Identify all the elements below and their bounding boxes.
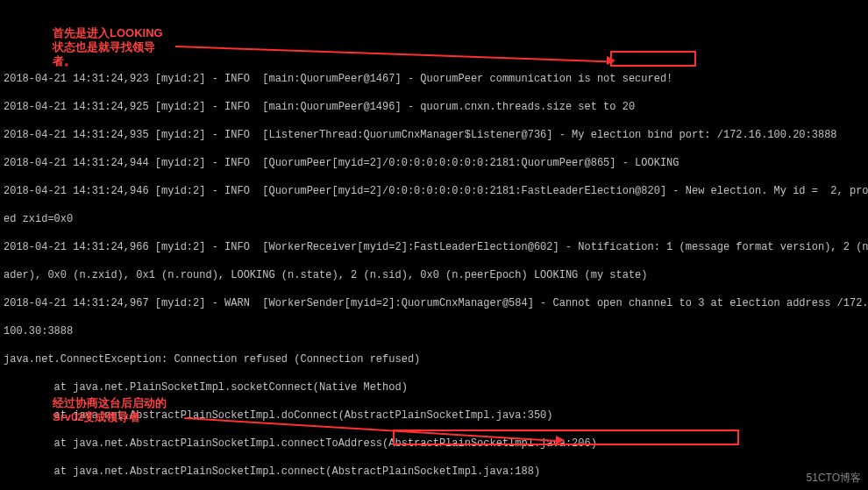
log-line: 2018-04-21 14:31:24,966 [myid:2] - INFO … — [4, 240, 864, 254]
log-line: 2018-04-21 14:31:24,967 [myid:2] - WARN … — [4, 296, 864, 310]
log-line: 2018-04-21 14:31:24,944 [myid:2] - INFO … — [4, 156, 864, 170]
log-line: 2018-04-21 14:31:24,923 [myid:2] - INFO … — [4, 72, 864, 86]
annotation-text: 者。 — [53, 54, 193, 68]
arrow-head-icon — [556, 436, 565, 444]
terminal-output: 2018-04-21 14:31:24,923 [myid:2] - INFO … — [0, 56, 868, 490]
annotation-text: 状态也是就寻找领导 — [53, 40, 193, 54]
log-line: 2018-04-21 14:31:24,946 [myid:2] - INFO … — [4, 184, 864, 198]
annotation-looking-state: 首先是进入LOOKING 状态也是就寻找领导 者。 — [53, 26, 193, 68]
annotation-text: 经过协商这台后启动的 — [53, 396, 193, 410]
log-line: ed zxid=0x0 — [4, 212, 864, 226]
log-line: at java.net.PlainSocketImpl.socketConnec… — [4, 380, 864, 394]
log-line: at java.net.AbstractPlainSocketImpl.conn… — [4, 465, 864, 479]
annotation-text: 首先是进入LOOKING — [53, 26, 193, 40]
log-line: java.net.ConnectException: Connection re… — [4, 352, 864, 366]
watermark-text: 51CTO博客 — [807, 471, 861, 485]
log-line: ader), 0x0 (n.zxid), 0x1 (n.round), LOOK… — [4, 268, 864, 282]
log-line: 2018-04-21 14:31:24,935 [myid:2] - INFO … — [4, 128, 864, 142]
annotation-leading-state: 经过协商这台后启动的 Srv02变成领导者 — [53, 396, 193, 424]
log-line: at java.net.AbstractPlainSocketImpl.conn… — [4, 437, 864, 451]
log-line: 2018-04-21 14:31:24,925 [myid:2] - INFO … — [4, 100, 864, 114]
log-line: 100.30:3888 — [4, 324, 864, 338]
arrow-head-icon — [607, 56, 615, 65]
annotation-text: Srv02变成领导者 — [53, 410, 193, 424]
